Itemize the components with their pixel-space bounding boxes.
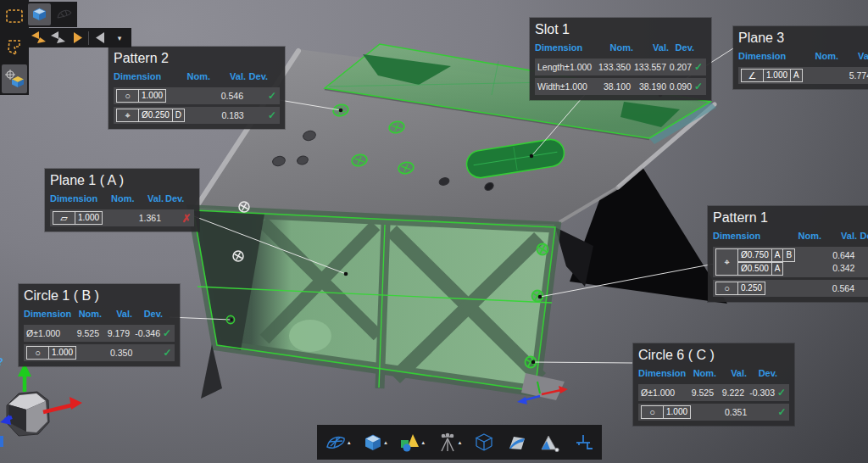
dimension-cell: Ø±1.000 bbox=[641, 388, 683, 398]
annotation-header-row: DimensionNom.Val.Dev. bbox=[50, 191, 194, 207]
pass-check-icon: ✓ bbox=[693, 61, 704, 73]
surface-view-button[interactable] bbox=[505, 428, 529, 457]
nav-more-options-button[interactable]: ▾ bbox=[111, 30, 128, 47]
nav-toolbar: ▾ bbox=[26, 28, 131, 47]
column-header: Dimension bbox=[738, 51, 813, 61]
solid-tools-button[interactable]: ▴ bbox=[361, 428, 389, 457]
measurement-row[interactable]: Width±1.00038.10038.1900.090✓ bbox=[535, 78, 706, 95]
annotation-circle-6[interactable]: Circle 6 ( C )DimensionNom.Val.Dev.Ø±1.0… bbox=[633, 343, 794, 426]
feature-control-frame: ⌖Ø0.750ABØ0.500A bbox=[715, 248, 794, 276]
column-header: Nom. bbox=[73, 309, 102, 319]
probe-select-icon bbox=[3, 69, 25, 89]
alignment-button[interactable] bbox=[571, 428, 595, 457]
fcf-line: Ø0.500A bbox=[737, 262, 794, 276]
annotation-circle-1[interactable]: Circle 1 ( B )DimensionNom.Val.Dev.Ø±1.0… bbox=[19, 284, 180, 366]
annotation-title: Circle 1 ( B ) bbox=[24, 287, 175, 306]
help-cursor-hint: ? bbox=[0, 355, 3, 368]
tolerance-box: 1.000 bbox=[48, 346, 76, 360]
dimension-cell: ○0.250 bbox=[715, 282, 793, 295]
column-header: Val. bbox=[212, 71, 246, 81]
instrument-tools-button[interactable]: ▴ bbox=[436, 428, 464, 457]
play-forward-button[interactable] bbox=[69, 30, 86, 47]
tolerance-box: 1.000 bbox=[75, 211, 103, 225]
column-header: Dimension bbox=[638, 368, 686, 378]
measurement-row[interactable]: ⌖Ø0.750ABØ0.500A0.6440.342✓ bbox=[713, 247, 868, 277]
probe-select-button[interactable] bbox=[2, 64, 27, 93]
column-header: Dev. bbox=[748, 368, 777, 378]
measurement-row[interactable]: Ø±1.0009.5259.222-0.303✓ bbox=[638, 384, 789, 401]
feature-control-frame: ▱1.000 bbox=[53, 211, 107, 225]
flyout-caret-icon: ▴ bbox=[421, 439, 425, 446]
edge-panel-sliver bbox=[0, 436, 3, 447]
measurement-row[interactable]: ○1.0000.351✓ bbox=[638, 404, 789, 421]
measured-value: 9.179 bbox=[101, 328, 130, 338]
shaded-view-icon bbox=[31, 6, 48, 23]
surface-sheet-icon bbox=[507, 432, 527, 453]
measured-value-line: 0.644 bbox=[821, 249, 855, 262]
nominal-value: 9.525 bbox=[685, 388, 714, 398]
selection-toolbar bbox=[0, 0, 29, 95]
bounding-box-button[interactable] bbox=[472, 428, 496, 457]
circularity-icon: ○ bbox=[715, 282, 738, 295]
feature-control-frame: ○1.000 bbox=[26, 346, 75, 360]
tolerance-box: A bbox=[771, 262, 784, 276]
measurement-row[interactable]: ○1.0000.546✓ bbox=[114, 87, 280, 104]
shaded-view-button[interactable] bbox=[28, 3, 51, 25]
measurement-row[interactable]: ▱1.0001.361✗ bbox=[50, 209, 194, 226]
flyout-caret-icon: ▴ bbox=[384, 439, 387, 446]
world-axis-triad[interactable] bbox=[0, 363, 82, 436]
annotation-header-row: DimensionNom.Val.Dev. bbox=[24, 306, 175, 322]
pass-check-icon: ✓ bbox=[777, 406, 787, 418]
annotation-header-row: DimensionNom.Val.Dev. bbox=[114, 69, 280, 85]
step-previous-button[interactable] bbox=[92, 30, 108, 47]
wireframe-view-button[interactable] bbox=[53, 3, 75, 25]
column-header: Dimension bbox=[114, 71, 185, 81]
annotation-pattern-1[interactable]: Pattern 1DimensionNom.Val.Dev.⌖Ø0.750ABØ… bbox=[708, 206, 868, 302]
lasso-select-icon bbox=[4, 38, 25, 57]
annotation-slot-1[interactable]: Slot 1DimensionNom.Val.Dev.Length±1.0001… bbox=[530, 18, 711, 100]
annotation-plane-1[interactable]: Plane 1 ( A )DimensionNom.Val.Dev.▱1.000… bbox=[45, 169, 199, 232]
measurement-row[interactable]: ○1.0000.350✓ bbox=[24, 344, 175, 361]
measurement-row[interactable]: Length±1.000133.350133.5570.207✓ bbox=[535, 59, 706, 75]
geometry-tools-button[interactable]: ▴ bbox=[398, 428, 426, 457]
measurement-row[interactable]: Ø±1.0009.5259.179-0.346✓ bbox=[24, 325, 175, 342]
mesh-icon bbox=[326, 432, 347, 453]
position-icon: ⌖ bbox=[715, 248, 738, 276]
part-front-panel[interactable] bbox=[193, 202, 568, 404]
tolerance-box: 0.250 bbox=[737, 282, 765, 295]
measurement-row[interactable]: ∠1.000A5.774 bbox=[738, 67, 868, 84]
step-back-button[interactable] bbox=[49, 30, 66, 47]
mesh-compare-button[interactable] bbox=[537, 428, 562, 457]
measurement-row[interactable]: ⌖Ø0.250D0.183✓ bbox=[114, 107, 280, 124]
feature-control-frame: ⌖Ø0.250D bbox=[116, 109, 184, 122]
column-header: Val. bbox=[635, 42, 669, 53]
dimension-cell: Length±1.000 bbox=[537, 62, 595, 72]
chevron-down-icon: ▾ bbox=[118, 34, 122, 42]
mesh-tools-button[interactable]: ▴ bbox=[324, 428, 353, 457]
pass-check-icon: ✓ bbox=[163, 347, 172, 359]
tolerance-box: D bbox=[172, 109, 185, 122]
wireframe-view-icon bbox=[55, 6, 74, 23]
circular-cutout bbox=[289, 320, 331, 352]
tolerance-box: 1.000 bbox=[138, 89, 166, 103]
nominal-value: 38.100 bbox=[597, 81, 631, 92]
dimension-cell: ○1.000 bbox=[641, 405, 690, 419]
measured-value: 0.546 bbox=[209, 91, 243, 101]
annotation-pattern-2[interactable]: Pattern 2DimensionNom.Val.Dev.○1.0000.54… bbox=[108, 47, 285, 129]
toolbar-separator bbox=[88, 31, 89, 45]
fail-x-icon: ✗ bbox=[181, 212, 192, 225]
step-back-double-button[interactable] bbox=[30, 30, 47, 47]
lasso-select-button[interactable] bbox=[2, 33, 27, 62]
pass-check-icon: ✓ bbox=[776, 387, 787, 399]
circularity-icon: ○ bbox=[641, 405, 664, 419]
pass-check-icon: ✓ bbox=[162, 327, 172, 339]
nominal-value: 133.350 bbox=[597, 62, 631, 72]
rectangle-select-button[interactable] bbox=[2, 2, 27, 31]
annotation-plane-3[interactable]: Plane 3DimensionNom.Val.Dev.∠1.000A5.774 bbox=[733, 26, 868, 89]
column-header: Nom. bbox=[186, 71, 210, 81]
column-header: Nom. bbox=[815, 51, 838, 61]
measurement-row[interactable]: ○0.2500.564✗ bbox=[713, 280, 868, 297]
flyout-caret-icon: ▴ bbox=[459, 439, 462, 446]
measured-value: 9.222 bbox=[715, 388, 744, 398]
deviation-value: 0.207 bbox=[668, 62, 692, 72]
